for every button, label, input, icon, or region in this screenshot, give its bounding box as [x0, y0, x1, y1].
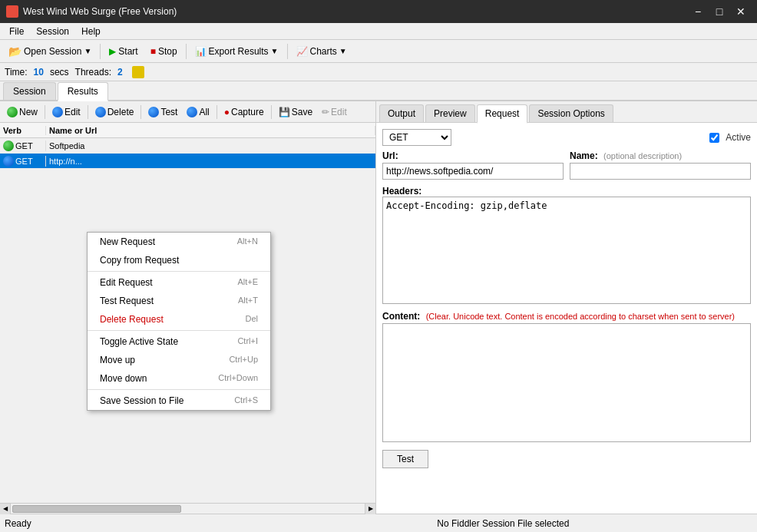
tab-session[interactable]: Session [3, 82, 56, 100]
name-sublabel: (optional description) [603, 151, 682, 160]
scroll-right-btn[interactable]: ▶ [365, 504, 375, 514]
ctx-move-up[interactable]: Move up Ctrl+Up [88, 351, 270, 369]
start-icon: ▶ [109, 46, 116, 57]
url-name-row: Url: Name: (optional description) [382, 150, 751, 180]
menu-file[interactable]: File [3, 25, 30, 38]
ctx-new-request[interactable]: New Request Alt+N [88, 233, 270, 251]
tab-results[interactable]: Results [58, 82, 108, 101]
start-button[interactable]: ▶ Start [104, 44, 143, 59]
row2-url: http://n... [46, 157, 375, 166]
ctx-move-down[interactable]: Move down Ctrl+Down [88, 369, 270, 388]
headers-section: Headers: Accept-Encoding: gzip,deflate [382, 184, 751, 306]
name-input[interactable] [570, 163, 751, 180]
export-dropdown-icon: ▼ [271, 47, 279, 55]
window-title: West Wind Web Surge (Free Version) [23, 6, 688, 17]
stop-button[interactable]: ■ Stop [145, 44, 183, 59]
open-dropdown-icon: ▼ [84, 47, 91, 55]
tab-output[interactable]: Output [379, 104, 424, 122]
ctx-copy-from-request[interactable]: Copy from Request [88, 251, 270, 269]
headers-label: Headers: [382, 186, 751, 197]
tab-session-options[interactable]: Session Options [529, 104, 613, 122]
app-icon [6, 5, 18, 18]
name-label: Name: (optional description) [570, 150, 751, 161]
content-textarea[interactable] [382, 323, 751, 442]
ctx-sep-1 [88, 271, 270, 272]
horizontal-scrollbar[interactable]: ◀ ▶ [0, 503, 375, 514]
export-results-button[interactable]: 📊 Export Results ▼ [190, 44, 284, 59]
ctx-toggle-active[interactable]: Toggle Active State Ctrl+I [88, 332, 270, 351]
table-row[interactable]: GET Softpedia [0, 138, 375, 154]
all-button[interactable]: All [183, 104, 213, 120]
table-row[interactable]: GET http://n... [0, 154, 375, 169]
menu-session[interactable]: Session [30, 25, 75, 38]
delete-request-button[interactable]: Delete [91, 104, 138, 120]
url-section: Url: [382, 150, 564, 180]
open-session-button[interactable]: 📂 Open Session ▼ [3, 43, 97, 60]
ctx-delete-request[interactable]: Delete Request Del [88, 310, 270, 329]
verb-select[interactable]: GET [382, 129, 451, 146]
content-label-row: Content: (Clear. Unicode text. Content i… [382, 311, 751, 322]
test-button[interactable]: Test [382, 450, 428, 468]
minimize-button[interactable]: − [688, 4, 708, 19]
test-request-button[interactable]: Test [144, 104, 181, 120]
tab-request[interactable]: Request [477, 104, 528, 124]
left-panel: New Edit Delete Test All ● [0, 101, 376, 514]
menu-bar: File Session Help [0, 23, 757, 40]
title-bar: West Wind Web Surge (Free Version) − □ ✕ [0, 0, 757, 23]
url-label: Url: [382, 150, 564, 161]
test-globe-icon [148, 107, 159, 117]
all-globe-icon [187, 107, 197, 117]
close-button[interactable]: ✕ [731, 4, 751, 19]
ctx-test-request[interactable]: Test Request Alt+T [88, 292, 270, 310]
toolbar-divider-3 [287, 44, 288, 59]
context-menu: New Request Alt+N Copy from Request Edit… [87, 232, 271, 411]
ctx-sep-3 [88, 389, 270, 390]
status-ready: Ready [5, 518, 254, 529]
threads-label: Threads: [75, 67, 111, 78]
status-fiddler: No Fiddler Session File selected [254, 518, 752, 529]
main-toolbar: 📂 Open Session ▼ ▶ Start ■ Stop 📊 Export… [0, 40, 757, 63]
ctx-sep-2 [88, 330, 270, 331]
window-controls: − □ ✕ [688, 4, 751, 19]
menu-help[interactable]: Help [75, 25, 107, 38]
row1-icon [3, 140, 14, 151]
tab-preview[interactable]: Preview [425, 104, 475, 122]
edit-request-button[interactable]: Edit [48, 104, 84, 120]
left-divider-5 [271, 105, 272, 119]
ctx-edit-request[interactable]: Edit Request Alt+E [88, 273, 270, 292]
ctx-save-session[interactable]: Save Session to File Ctrl+S [88, 392, 270, 410]
toolbar-divider-2 [186, 44, 187, 59]
time-label: Time: [5, 67, 28, 78]
charts-button[interactable]: 📈 Charts ▼ [291, 44, 352, 59]
row1-verb: GET [0, 140, 46, 151]
charts-icon: 📈 [296, 46, 308, 57]
edit-icon: ✏ [322, 107, 329, 117]
left-divider-2 [88, 105, 88, 119]
content-sublabel: (Clear. Unicode text. Content is encoded… [426, 312, 735, 321]
left-divider-4 [217, 105, 217, 119]
url-input[interactable] [382, 163, 564, 180]
row1-name: Softpedia [46, 141, 375, 150]
save-button[interactable]: 💾 Save [275, 104, 316, 120]
edit-button[interactable]: ✏ Edit [318, 104, 351, 120]
content-section: Content: (Clear. Unicode text. Content i… [382, 311, 751, 442]
maximize-button[interactable]: □ [709, 4, 729, 19]
new-request-button[interactable]: New [3, 104, 41, 120]
right-panel: Output Preview Request Session Options G… [376, 101, 757, 514]
capture-button[interactable]: ● Capture [220, 104, 268, 120]
active-text: Active [726, 132, 751, 143]
row2-verb: GET [0, 156, 46, 167]
delete-globe-icon [95, 107, 106, 117]
toolbar-divider-1 [100, 44, 101, 59]
name-header: Name or Url [46, 126, 375, 135]
open-icon: 📂 [8, 45, 21, 58]
headers-textarea[interactable]: Accept-Encoding: gzip,deflate [382, 197, 751, 304]
new-globe-icon [7, 107, 18, 117]
left-divider-3 [140, 105, 141, 119]
capture-icon: ● [224, 107, 230, 117]
scroll-left-btn[interactable]: ◀ [0, 504, 11, 514]
main-content: New Edit Delete Test All ● [0, 101, 757, 514]
active-checkbox[interactable] [709, 133, 719, 143]
scroll-thumb[interactable] [12, 505, 181, 513]
left-toolbar: New Edit Delete Test All ● [0, 101, 375, 123]
